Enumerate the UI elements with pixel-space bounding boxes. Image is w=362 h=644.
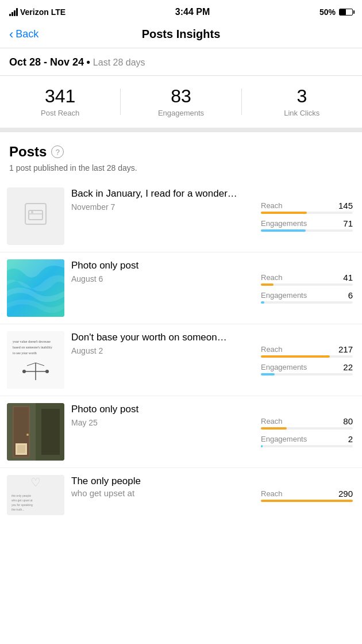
placeholder-icon (23, 201, 48, 232)
stat-eng-label: Engagements (121, 109, 241, 117)
svg-text:the truth...: the truth... (11, 508, 25, 511)
post-date: November 7 (71, 202, 254, 212)
reach-bar-fill (261, 283, 274, 286)
stat-clicks-label: Link Clicks (242, 109, 362, 117)
svg-text:who get upset at: who get upset at (11, 499, 33, 502)
post-info: Photo only post August 6 (71, 259, 254, 317)
reach-bar-bg (261, 427, 353, 430)
svg-point-3 (31, 211, 33, 213)
eng-label: Engagements (261, 363, 332, 371)
stat-post-reach: 341 Post Reach (0, 86, 120, 117)
posts-header: Posts ? 1 post published in the last 28 … (0, 132, 362, 181)
eng-label: Engagements (261, 291, 332, 300)
eng-metric: Engagements 71 (261, 218, 353, 232)
eng-value: 22 (336, 362, 353, 372)
svg-rect-24 (7, 403, 64, 461)
eng-bar-bg (261, 445, 353, 447)
post-info: Don't base your worth on someon… August … (71, 331, 254, 389)
reach-metric: Reach 145 (261, 201, 353, 214)
date-period-label: Last 28 days (93, 57, 145, 67)
reach-value: 145 (336, 201, 353, 210)
svg-rect-1 (29, 210, 43, 220)
post-item[interactable]: Back in January, I read for a wonder… No… (0, 181, 362, 252)
reach-label: Reach (261, 201, 332, 210)
date-range-label: Oct 28 - Nov 24 (9, 56, 84, 68)
svg-text:based on someone's inability: based on someone's inability (13, 346, 52, 349)
reach-metric: Reach 290 (261, 489, 353, 502)
signal-icon (9, 8, 18, 16)
post-thumbnail (7, 259, 64, 317)
svg-point-12 (45, 370, 49, 373)
posts-title-row: Posts ? (9, 144, 353, 160)
eng-bar-fill (261, 373, 275, 375)
battery-icon (339, 9, 353, 16)
post-title: Photo only post (71, 259, 254, 272)
post-title-cont: who get upset at (71, 488, 254, 499)
post-item[interactable]: ♡ the only people who get upset at you f… (0, 468, 362, 520)
reach-value: 290 (336, 489, 353, 499)
post-item[interactable]: your value doesn't decrease based on som… (0, 324, 362, 396)
svg-text:the only people: the only people (11, 494, 31, 497)
post-info: Back in January, I read for a wonder… No… (71, 187, 254, 245)
eng-value: 71 (336, 218, 353, 228)
reach-bar-bg (261, 500, 353, 502)
reach-metric: Reach 80 (261, 416, 353, 430)
stat-engagements: 83 Engagements (121, 86, 241, 117)
post-item[interactable]: Photo only post August 6 Reach 41 Engage… (0, 252, 362, 324)
eng-metric: Engagements 2 (261, 434, 353, 447)
reach-value: 41 (336, 273, 353, 282)
post-metrics: Reach 290 (261, 475, 353, 515)
status-time: 3:44 PM (175, 7, 210, 17)
back-button[interactable]: ‹ Back (9, 28, 38, 41)
svg-text:to see your worth: to see your worth (13, 351, 37, 355)
stat-reach-value: 341 (0, 86, 120, 106)
reach-value: 217 (336, 344, 353, 354)
svg-point-11 (22, 370, 26, 373)
battery-percent: 50% (319, 7, 336, 17)
stat-clicks-value: 3 (242, 86, 362, 106)
post-date: May 25 (71, 418, 254, 427)
carrier-info: Verizon LTE (9, 7, 66, 17)
eng-bar-fill (261, 301, 264, 304)
posts-count-label: 1 post published in the last 28 days. (9, 163, 353, 172)
post-title: Photo only post (71, 403, 254, 416)
reach-label: Reach (261, 273, 332, 282)
posts-section-title: Posts (9, 144, 47, 160)
back-chevron-icon: ‹ (9, 28, 13, 41)
stat-eng-value: 83 (121, 86, 241, 106)
stats-row: 341 Post Reach 83 Engagements 3 Link Cli… (0, 76, 362, 132)
post-title: The only people (71, 475, 254, 488)
eng-metric: Engagements 22 (261, 362, 353, 375)
svg-text:your value doesn't decrease: your value doesn't decrease (13, 340, 51, 343)
post-date: August 2 (71, 346, 254, 355)
reach-label: Reach (261, 345, 332, 354)
reach-label: Reach (261, 489, 332, 498)
reach-bar-bg (261, 212, 353, 214)
stat-reach-label: Post Reach (0, 109, 120, 117)
reach-bar-bg (261, 283, 353, 286)
post-info: The only people who get upset at (71, 475, 254, 515)
post-thumbnail: ♡ the only people who get upset at you f… (7, 475, 64, 515)
page-title: Posts Insights (142, 28, 221, 41)
back-label: Back (16, 28, 38, 40)
eng-bar-fill (261, 229, 306, 232)
date-range-section: Oct 28 - Nov 24 • Last 28 days (0, 48, 362, 76)
eng-bar-bg (261, 229, 353, 232)
post-thumbnail (7, 187, 64, 245)
reach-metric: Reach 41 (261, 273, 353, 286)
post-info: Photo only post May 25 (71, 403, 254, 461)
post-item[interactable]: Photo only post May 25 Reach 80 Engageme… (0, 396, 362, 468)
reach-label: Reach (261, 417, 332, 425)
reach-bar-fill (261, 500, 353, 502)
post-metrics: Reach 217 Engagements 22 (261, 331, 353, 389)
post-title: Back in January, I read for a wonder… (71, 187, 254, 200)
date-dot: • (87, 56, 93, 68)
eng-bar-fill (261, 445, 263, 447)
stat-link-clicks: 3 Link Clicks (242, 86, 362, 117)
eng-metric: Engagements 6 (261, 290, 353, 304)
help-icon-button[interactable]: ? (51, 145, 64, 158)
reach-bar-fill (261, 212, 307, 214)
battery-area: 50% (319, 7, 353, 17)
eng-bar-bg (261, 301, 353, 304)
post-thumbnail (7, 403, 64, 461)
